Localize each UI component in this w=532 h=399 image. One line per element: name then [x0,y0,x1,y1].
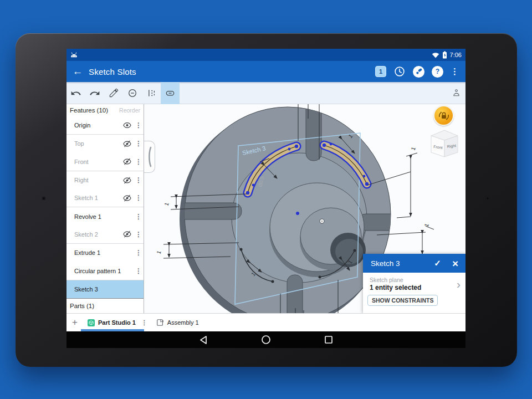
features-panel: Features (10) Reorder Origin ⋮ Top [66,104,144,313]
lock-rotate-icon [438,110,450,122]
show-constraints-button[interactable]: SHOW CONSTRAINTS [367,295,438,306]
redo-icon [89,88,100,99]
feature-label: Top [74,140,120,147]
add-tab-button[interactable]: + [66,317,83,328]
redo-button[interactable] [85,82,104,104]
share-feedback-button[interactable] [413,66,424,78]
document-count-badge[interactable]: 1 [375,66,386,77]
parts-section-header[interactable]: Parts (1) [66,298,144,313]
feature-row-right[interactable]: Right ⋮ [66,171,144,189]
visibility-eye-icon[interactable] [120,122,134,129]
chevron-right-icon[interactable]: › [457,278,462,290]
constraint-dimension-button[interactable] [142,82,161,104]
svg-text:1: 1 [423,222,430,227]
svg-text:1: 1 [410,146,417,151]
circle-slot-icon [127,88,138,99]
tab-part-studio-1[interactable]: Part Studio 1 ⋮ [83,314,152,331]
main-area: Sketch 3 Ø0.5 [66,104,466,331]
center-point-marker [320,219,324,223]
battery-charging-icon [442,51,447,59]
feature-label: Right [74,177,120,183]
sketch-pencil-button[interactable] [104,82,123,104]
feature-row-front[interactable]: Front ⋮ [66,153,144,171]
undo-button[interactable] [66,82,85,104]
feature-row-extrude1[interactable]: Extrude 1 ⋮ [66,244,144,262]
tablet-screen: 7:06 ← Sketch Slots 1 [66,49,466,348]
feature-menu-button[interactable]: ⋮ [134,176,144,184]
feature-row-origin[interactable]: Origin ⋮ [66,116,144,135]
accept-check-button[interactable]: ✓ [434,258,441,268]
undo-icon [70,88,81,99]
tab-menu-button[interactable]: ⋮ [141,319,147,326]
feature-row-sketch2[interactable]: Sketch 2 ⋮ [66,226,144,244]
app-bar: ← Sketch Slots 1 [66,61,466,82]
recents-square-icon [324,335,333,344]
feature-menu-button[interactable]: ⋮ [134,231,144,238]
feature-menu-button[interactable]: ⋮ [134,267,144,275]
sketch-toolbar [66,82,466,104]
visibility-eye-off-icon[interactable] [120,195,134,202]
feature-menu-button[interactable]: ⋮ [134,158,144,166]
nav-recents-button[interactable] [318,331,340,348]
handle-grip-icon [147,145,152,169]
panel-drawer-handle[interactable] [144,141,155,173]
overflow-menu-button[interactable]: ⋮ [451,69,459,74]
circle-tool-button[interactable] [123,82,142,104]
feature-row-sketch3-selected[interactable]: Sketch 3 [66,280,144,298]
document-title: Sketch Slots [89,67,136,76]
home-circle-icon [261,335,271,345]
sketch-plane-field[interactable]: Sketch plane 1 entity selected › [363,273,466,291]
visibility-eye-off-icon[interactable] [120,177,134,184]
reorder-button[interactable]: Reorder [119,107,140,114]
dialog-header: Sketch 3 ✓ × [363,254,466,273]
android-nav-bar [66,331,466,348]
sketch-origin-point[interactable] [296,212,299,215]
nav-home-button[interactable] [255,331,277,348]
feature-row-top[interactable]: Top ⋮ [66,135,144,152]
feature-menu-button[interactable]: ⋮ [134,140,144,147]
feature-label: Sketch 2 [74,231,120,238]
back-button[interactable]: ← [66,61,89,82]
view-cube-graphic: Front Right [427,127,462,158]
desktop-background: 7:06 ← Sketch Slots 1 [0,0,532,399]
feature-label: Front [74,158,120,165]
history-clock-icon[interactable] [393,65,406,78]
visibility-eye-off-icon[interactable] [120,140,134,147]
feature-row-circular-pattern1[interactable]: Circular pattern 1 ⋮ [66,262,144,280]
tab-assembly-1[interactable]: Assembly 1 [152,314,203,331]
features-header: Features (10) [70,107,108,114]
help-button[interactable]: ? [432,66,443,78]
person-icon [452,88,461,98]
feature-label: Sketch 1 [74,195,120,201]
slot-tool-button-active[interactable] [161,82,180,104]
close-x-button[interactable]: × [452,258,458,269]
slot-tool-icon [164,88,176,99]
feature-menu-button[interactable]: ⋮ [134,121,144,129]
feature-menu-button[interactable]: ⋮ [134,194,144,202]
nav-back-button[interactable] [192,331,214,348]
feature-row-revolve1[interactable]: Revolve 1 ⋮ [66,207,144,225]
view-cube[interactable]: Front Right [427,127,462,158]
clock-time: 7:06 [450,52,462,58]
visibility-eye-off-icon[interactable] [120,158,134,165]
visibility-eye-off-icon[interactable] [120,231,134,238]
tab-label: Assembly 1 [167,319,199,326]
wifi-icon [432,52,439,58]
tablet-device: 7:06 ← Sketch Slots 1 [16,33,517,367]
pencil-icon [109,88,119,98]
field-value: 1 entity selected [370,284,457,291]
dialog-title: Sketch 3 [371,259,434,268]
feature-label: Extrude 1 [74,249,134,256]
feature-label: Revolve 1 [74,213,134,220]
question-mark-icon: ? [436,68,439,75]
field-label: Sketch plane [370,277,457,283]
tab-label: Part Studio 1 [98,319,136,326]
feature-menu-button[interactable]: ⋮ [134,213,144,221]
appearance-person-button[interactable] [447,82,466,104]
orientation-lock-button[interactable] [433,105,454,126]
feature-menu-button[interactable]: ⋮ [134,249,144,257]
share-icon [416,68,422,75]
part-studio-icon [88,319,95,326]
feature-row-sketch1[interactable]: Sketch 1 ⋮ [66,189,144,207]
front-camera-right [486,197,489,200]
